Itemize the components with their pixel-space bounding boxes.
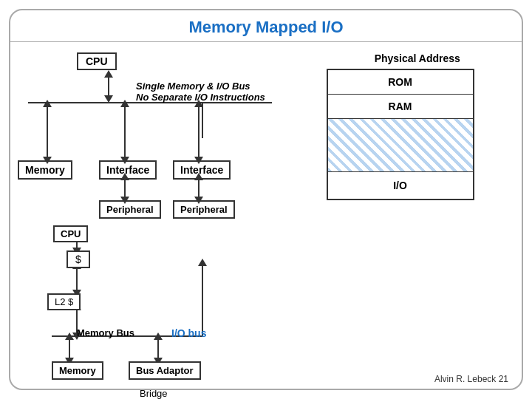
svg-marker-34 bbox=[154, 332, 163, 340]
mem-bottom-box: Memory bbox=[52, 361, 103, 380]
interface1-label: Interface bbox=[99, 160, 157, 180]
svg-marker-1 bbox=[104, 95, 113, 103]
main-box: Memory Mapped I/O bbox=[9, 9, 523, 390]
cache-box: $ bbox=[66, 250, 90, 268]
bridge-label: Bridge bbox=[140, 388, 168, 399]
l2-box: L2 $ bbox=[47, 293, 81, 310]
busadaptor-box: Bus Adaptor bbox=[129, 361, 201, 380]
svg-marker-2 bbox=[104, 70, 113, 78]
phys-box: ROM RAM I/O bbox=[327, 69, 474, 200]
iobus-label: I/O bus bbox=[171, 327, 206, 339]
peripheral1-label: Peripheral bbox=[99, 200, 161, 219]
ram-row: RAM bbox=[328, 95, 473, 172]
svg-marker-36 bbox=[198, 259, 207, 266]
content-area: CPU Single Memory & I/O Bus No Separate … bbox=[10, 42, 522, 385]
phys-addr-label: Physical Address bbox=[327, 52, 508, 64]
rom-row: ROM bbox=[328, 70, 473, 95]
svg-marker-31 bbox=[65, 332, 74, 340]
right-panel: Physical Address ROM RAM I/O bbox=[319, 42, 522, 385]
left-panel: CPU Single Memory & I/O Bus No Separate … bbox=[10, 42, 319, 385]
peripheral2-label: Peripheral bbox=[173, 200, 235, 219]
author-label: Alvin R. Lebeck 21 bbox=[434, 374, 508, 384]
cpu-small-box: CPU bbox=[53, 225, 88, 242]
ram-hatched bbox=[328, 118, 473, 171]
bus-text: Single Memory & I/O Bus No Separate I/O … bbox=[136, 81, 265, 103]
membus-label: Memory Bus bbox=[77, 327, 134, 338]
svg-marker-9 bbox=[120, 100, 129, 107]
cpu-box-top: CPU bbox=[77, 52, 117, 70]
interface2-label: Interface bbox=[173, 160, 231, 180]
svg-marker-6 bbox=[43, 100, 52, 107]
io-row: I/O bbox=[328, 172, 473, 199]
page-title: Memory Mapped I/O bbox=[10, 10, 522, 42]
memory-label: Memory bbox=[18, 160, 72, 180]
page: Memory Mapped I/O bbox=[0, 0, 532, 399]
